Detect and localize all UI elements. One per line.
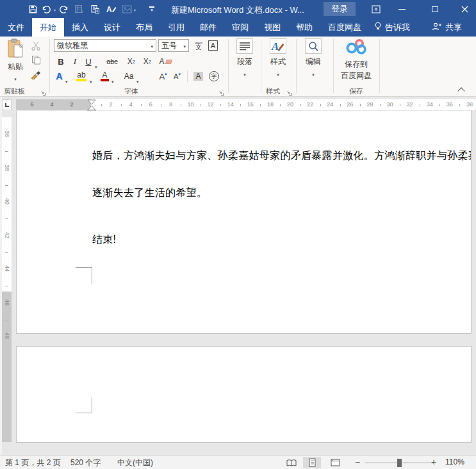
tab-文件[interactable]: 文件 [0,18,32,37]
font-size-combo[interactable]: 五号 [158,39,189,52]
page-1[interactable]: 婚后，方鸿渐夫妇与方家、孙柔嘉姑母家的矛盾暴露并激化。方鸿渐辞职并与孙柔嘉吵 逐… [16,111,472,334]
h-ruler-number: 34 [426,101,434,108]
collapse-ribbon-button[interactable] [457,87,464,94]
v-ruler-tick [5,218,8,219]
tab-邮件[interactable]: 邮件 [192,18,224,37]
redo-icon[interactable] [58,3,69,15]
change-case-caret-icon[interactable] [136,74,139,86]
copy-button[interactable] [29,54,42,65]
customize-quick-access-toolbar-icon[interactable]: ▾ [146,3,158,15]
paragraph-menu-button[interactable]: 段落 [231,38,258,78]
tell-me-button[interactable]: 告诉我 [369,18,415,37]
ribbon-display-options-button[interactable] [365,0,387,18]
paste-button[interactable]: 粘贴 [4,38,27,83]
login-button[interactable]: 登录 [324,2,356,16]
v-ruler-tick [5,151,8,152]
v-ruler-number: 48 [4,331,10,341]
superscript-button[interactable]: X2 [140,55,154,68]
tab-设计[interactable]: 设计 [96,18,128,37]
group-divider [379,39,380,93]
text-effects-caret-icon[interactable] [65,74,68,86]
underline-caret-icon[interactable] [95,60,97,71]
grow-font-a: A [159,72,165,81]
eraser-icon [165,60,172,64]
word-count[interactable]: 520 个字 [70,457,101,468]
zoom-out-button[interactable]: − [355,457,360,467]
tab-插入[interactable]: 插入 [64,18,96,37]
undo-dropdown-caret-icon[interactable]: ▾ [54,8,56,12]
enclose-characters-button[interactable]: 字 [208,70,220,83]
text-highlight-caret-icon[interactable] [90,74,92,86]
tab-布局[interactable]: 布局 [128,18,160,37]
paste-special-icon[interactable] [89,3,101,15]
document-workspace: 6422468101214161820222426283032343638 36… [0,97,476,455]
tab-帮助[interactable]: 帮助 [288,18,320,37]
clipboard-dialog-launcher[interactable] [40,87,46,94]
tab-开始[interactable]: 开始 [32,18,64,37]
font-color-caret-icon[interactable] [111,74,114,86]
h-ruler-number: 28 [366,101,373,108]
h-ruler-number: 2 [107,101,115,108]
group-divider [333,39,334,93]
zoom-percentage[interactable]: 110% [445,457,464,466]
maximize-button[interactable] [424,0,446,18]
tab-selector[interactable] [2,99,12,110]
h-ruler-number: 14 [227,101,234,108]
h-ruler-number: 20 [286,101,294,108]
font-color-button[interactable]: A [99,70,110,83]
tab-百度网盘[interactable]: 百度网盘 [320,18,369,37]
save-to-baidu-netdisk-button[interactable]: 保存到 百度网盘 [337,38,375,81]
phonetic-guide-button[interactable]: wén 文 [192,39,205,52]
save-to-baidu-line2: 百度网盘 [341,70,372,81]
styles-caret-icon [277,69,279,78]
editing-menu-button[interactable]: 编辑 [299,38,327,78]
shrink-caret-icon: ▾ [178,72,181,77]
language-indicator[interactable]: 中文(中国) [117,457,153,468]
subscript-button[interactable]: X2 [124,55,138,68]
h-ruler-tick [121,104,122,106]
read-mode-button[interactable] [283,457,300,468]
font-dialog-launcher[interactable] [218,87,224,94]
editing-caret-icon [312,69,315,78]
change-case-button[interactable]: Aa [122,70,136,83]
picture-dropdown-caret-icon: ▾ [134,8,136,12]
styles-menu-button[interactable]: A 样式 [264,38,292,78]
styles-button-label: 样式 [270,56,286,67]
tab-视图[interactable]: 视图 [256,18,288,37]
close-button[interactable] [454,0,475,18]
tab-审阅[interactable]: 审阅 [224,18,256,37]
format-painter-button[interactable] [29,69,42,80]
page-2[interactable] [16,346,472,443]
shrink-font-button[interactable]: A▾ [172,70,183,83]
undo-icon[interactable] [41,3,53,15]
character-border-button[interactable]: A [207,39,219,52]
web-layout-button[interactable] [326,457,344,468]
character-shading-button[interactable]: A [192,70,204,83]
styles-dialog-launcher[interactable] [286,87,292,94]
underline-button[interactable]: U [83,55,94,68]
grow-font-button[interactable]: A▴ [158,70,168,83]
h-ruler-margin-number: 6 [28,101,36,108]
print-layout-icon [309,458,316,467]
h-ruler-number: 36 [446,101,454,108]
share-button[interactable]: 共享 [427,18,467,37]
text-highlight-button[interactable]: ab [74,70,88,83]
v-ruler-tick [5,185,8,186]
minimize-button[interactable] [391,0,413,18]
strikethrough-button[interactable]: abc [104,55,120,68]
bold-button[interactable]: B [55,55,67,68]
text-effects-button[interactable]: A [54,70,65,83]
tab-引用[interactable]: 引用 [160,18,192,37]
clear-formatting-button[interactable]: A [158,55,173,68]
zoom-in-button[interactable]: + [431,457,436,467]
h-ruler-number: 22 [306,101,314,108]
font-name-combo[interactable]: 微软雅黑 [54,39,156,52]
cut-button [29,40,42,51]
zoom-slider-handle[interactable] [397,459,402,467]
italic-button[interactable]: I [70,55,80,68]
page-indicator[interactable]: 第 1 页，共 2 页 [5,457,61,468]
title-bar: ▾ A ▾ ▾ 新建Microsoft Word 文档.docx - W... … [0,0,476,18]
save-icon[interactable] [27,3,38,15]
font-style-icon[interactable]: A [105,3,117,15]
print-layout-button[interactable] [303,457,321,468]
